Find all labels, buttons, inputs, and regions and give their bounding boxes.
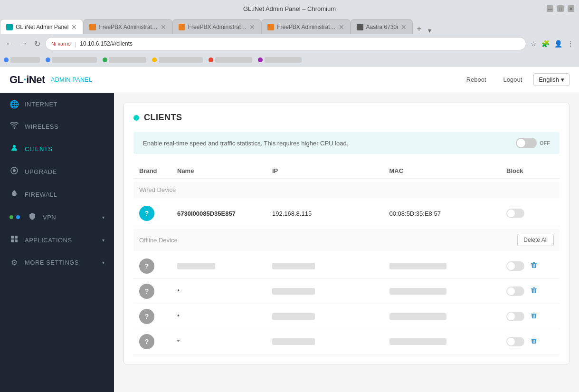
maximize-button[interactable]: □ xyxy=(557,5,564,12)
offline-toggle-knob-4 xyxy=(507,338,515,345)
offline-section-row: Offline Device Delete All xyxy=(133,229,560,251)
offline-section-label: Offline Device xyxy=(139,237,178,244)
reload-button[interactable]: ↻ xyxy=(32,38,42,50)
tab-freepbx-3[interactable]: FreePBX Administrat… ✕ xyxy=(261,19,350,34)
offline-device-icon-3: ? xyxy=(139,309,154,324)
tabs-bar: GL.iNet Admin Panel ✕ FreePBX Administra… xyxy=(0,17,579,34)
delete-device-button-1[interactable] xyxy=(528,260,540,272)
offline-device-actions-4 xyxy=(506,336,554,347)
offline-device-name-4: * xyxy=(177,338,272,345)
bookmark-icon-4 xyxy=(152,57,157,62)
sidebar-label-applications: APPLICATIONS xyxy=(25,237,72,244)
block-toggle-knob xyxy=(507,210,515,217)
bookmark-1[interactable]: ████████ xyxy=(4,57,40,63)
sidebar-item-more-settings[interactable]: ⚙ MORE SETTINGS ▾ xyxy=(0,251,114,274)
col-ip: IP xyxy=(272,167,389,174)
card-header: CLIENTS xyxy=(133,113,560,123)
bookmark-5[interactable]: ██████████ xyxy=(209,57,252,63)
realtime-toggle[interactable]: OFF xyxy=(516,138,550,148)
bookmark-3[interactable]: ██████████ xyxy=(103,57,146,63)
tab-glinet[interactable]: GL.iNet Admin Panel ✕ xyxy=(0,19,83,34)
device-ip: 192.168.8.115 xyxy=(272,210,389,217)
bookmark-2[interactable]: ████████████ xyxy=(46,57,97,63)
bookmark-icon-6 xyxy=(258,57,263,62)
offline-device-mac-4 xyxy=(389,338,446,345)
tab-close-glinet[interactable]: ✕ xyxy=(71,23,77,31)
back-button[interactable]: ← xyxy=(4,38,15,50)
bookmark-6[interactable]: ██████████ xyxy=(258,57,302,63)
table-row: ? xyxy=(133,254,560,279)
bookmark-icon-5 xyxy=(209,57,213,62)
minimize-button[interactable]: — xyxy=(547,5,553,12)
sidebar-item-firewall[interactable]: FIREWALL xyxy=(0,183,114,206)
offline-block-toggle-2[interactable] xyxy=(506,287,524,296)
wired-section-label: Wired Device xyxy=(133,182,560,198)
bookmark-label-5: ██████████ xyxy=(215,57,252,63)
offline-device-ip-1 xyxy=(272,263,315,269)
language-arrow: ▾ xyxy=(561,76,564,83)
sidebar-item-applications[interactable]: APPLICATIONS ▾ xyxy=(0,229,114,251)
sidebar-item-vpn[interactable]: VPN ▾ xyxy=(0,206,114,229)
tab-list-button[interactable]: ▾ xyxy=(425,27,434,34)
sidebar-item-internet[interactable]: 🌐 INTERNET xyxy=(0,93,114,115)
block-toggle[interactable] xyxy=(506,209,524,218)
upgrade-icon xyxy=(9,167,19,176)
vpn-status xyxy=(9,215,20,219)
toggle-knob xyxy=(517,139,525,147)
reboot-button[interactable]: Reboot xyxy=(461,73,492,86)
col-brand: Brand xyxy=(139,167,177,174)
close-button[interactable]: ✕ xyxy=(568,5,574,12)
tab-freepbx-2[interactable]: FreePBX Administrat… ✕ xyxy=(172,19,261,34)
logout-button[interactable]: Logout xyxy=(498,73,528,86)
table-row: ? * xyxy=(133,329,560,354)
sidebar-label-upgrade: UPGRADE xyxy=(25,168,57,175)
offline-device-ip-4 xyxy=(272,338,315,345)
sidebar-item-wireless[interactable]: WIRELESS xyxy=(0,115,114,137)
delete-all-button[interactable]: Delete All xyxy=(517,234,554,246)
table-row: ? * xyxy=(133,279,560,304)
url-text: 10.10.6.152/#/clients xyxy=(80,40,133,47)
forward-button[interactable]: → xyxy=(18,38,29,50)
tab-close-aastra[interactable]: ✕ xyxy=(401,23,407,31)
offline-device-name-1 xyxy=(177,263,215,269)
logo-dot: · xyxy=(24,74,27,86)
offline-block-toggle-1[interactable] xyxy=(506,261,524,271)
tab-favicon-aastra xyxy=(357,24,363,30)
logo-text: GL·iNet xyxy=(9,74,45,86)
offline-block-toggle-3[interactable] xyxy=(506,312,524,321)
language-selector[interactable]: English ▾ xyxy=(533,73,570,86)
col-name: Name xyxy=(177,167,272,174)
delete-device-button-4[interactable] xyxy=(528,336,540,347)
offline-block-toggle-4[interactable] xyxy=(506,337,524,346)
address-actions: ☆ 🧩 👤 ⋮ xyxy=(529,38,575,49)
tab-aastra[interactable]: Aastra 6730i ✕ xyxy=(351,19,413,34)
settings-icon: ⚙ xyxy=(9,258,19,267)
sidebar-label-vpn: VPN xyxy=(43,214,56,221)
bookmark-button[interactable]: ☆ xyxy=(529,38,538,49)
tab-favicon-freepbx2 xyxy=(179,24,185,30)
svg-rect-5 xyxy=(11,239,14,242)
delete-device-button-2[interactable] xyxy=(528,286,540,297)
sidebar-item-clients[interactable]: CLIENTS xyxy=(0,137,114,160)
tab-freepbx-1[interactable]: FreePBX Administrat… ✕ xyxy=(83,19,172,34)
main-content: CLIENTS Enable real-time speed and traff… xyxy=(114,93,579,392)
tab-close-freepbx3[interactable]: ✕ xyxy=(339,23,344,31)
offline-device-mac-1 xyxy=(389,263,446,269)
bookmark-label-3: ██████████ xyxy=(109,57,146,63)
delete-device-button-3[interactable] xyxy=(528,311,540,322)
svg-rect-4 xyxy=(15,236,18,239)
menu-button[interactable]: ⋮ xyxy=(566,38,575,49)
sidebar-item-upgrade[interactable]: UPGRADE xyxy=(0,160,114,183)
tab-close-freepbx1[interactable]: ✕ xyxy=(161,23,166,31)
new-tab-button[interactable]: + xyxy=(413,24,426,34)
sidebar-label-firewall: FIREWALL xyxy=(25,191,57,198)
address-bar[interactable]: Ni varno | 10.10.6.152/#/clients xyxy=(45,37,526,50)
bookmark-4[interactable]: ████████████ xyxy=(152,57,203,63)
toggle-control[interactable] xyxy=(516,138,537,148)
profile-button[interactable]: 👤 xyxy=(553,38,564,49)
admin-panel-label: ADMIN PANEL xyxy=(51,76,92,83)
tab-close-freepbx2[interactable]: ✕ xyxy=(249,23,255,31)
bookmark-label-2: ████████████ xyxy=(52,57,97,63)
clients-status-dot xyxy=(133,115,139,121)
extensions-button[interactable]: 🧩 xyxy=(540,38,551,49)
